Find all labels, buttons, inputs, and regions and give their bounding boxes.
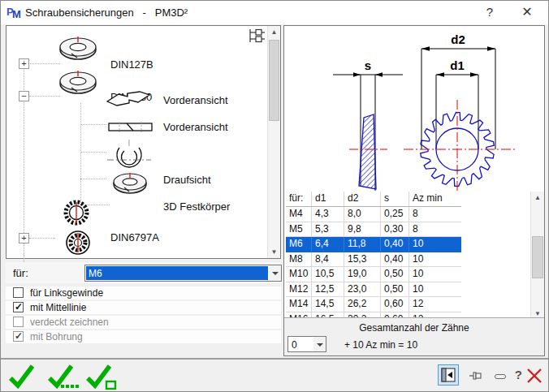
table-row[interactable]: M1010,519,00,5010 — [286, 267, 461, 282]
solid-3d-washer-icon — [110, 170, 149, 196]
table-cell: 14,5 — [312, 297, 344, 312]
ok-button[interactable] — [7, 361, 37, 392]
table-cell: 11,8 — [344, 237, 381, 252]
tree-connector — [80, 124, 106, 125]
tree-item-draufsicht[interactable]: Draufsicht — [163, 174, 211, 186]
table-row[interactable]: M88,415,30,4010 — [286, 252, 461, 268]
table-cell: M10 — [286, 267, 312, 282]
cancel-button[interactable] — [525, 367, 543, 385]
table-cell: 15,3 — [344, 252, 381, 267]
table-cell: 26,2 — [344, 297, 381, 312]
table-cell: 23,0 — [344, 282, 381, 297]
table-header-cell: für: — [286, 192, 312, 206]
table-cell: 0,40 — [381, 237, 409, 252]
panel-collapse-icon — [439, 365, 458, 385]
table-header-row: für:d1d2sAz min — [286, 192, 461, 207]
table-cell: 10 — [409, 252, 461, 267]
table-cell: 0,50 — [381, 267, 409, 282]
dim-label-d1: d1 — [450, 58, 465, 72]
table-header-cell: s — [381, 192, 409, 206]
checkbox-label: für Linksgewinde — [30, 287, 103, 299]
table-cell: 0,25 — [381, 207, 409, 222]
checkbox-verdeckt-zeichnen: verdeckt zeichnen — [6, 316, 281, 329]
teeth-title: Gesamtanzahl der Zähne — [284, 322, 544, 334]
external-tooth-washer-icon — [54, 199, 99, 226]
tree-item-din127b[interactable]: DIN127B — [110, 58, 153, 71]
checkbox-linksgewinde[interactable]: für Linksgewinde — [6, 286, 281, 299]
table-cell: M6 — [286, 237, 312, 252]
teeth-offset-value[interactable]: 0 — [289, 338, 313, 351]
chevron-down-icon[interactable] — [269, 265, 281, 281]
table-scrollbar[interactable]: ▲ ▼ — [530, 192, 544, 320]
titlebar-close-button[interactable]: ✕ — [516, 2, 538, 22]
tree-item-vorderansicht-1[interactable]: Vorderansicht — [163, 94, 228, 106]
table-cell: 12,5 — [312, 282, 344, 297]
chevron-down-icon[interactable] — [313, 337, 326, 351]
table-cell: 0,40 — [381, 252, 409, 267]
table-cell: M14 — [286, 297, 312, 312]
dim-label-s: s — [365, 58, 371, 72]
checkbox-box-icon — [13, 331, 24, 342]
table-cell: 0,50 — [381, 282, 409, 297]
checkbox-box-icon[interactable] — [13, 287, 24, 298]
tree-scrollbar[interactable]: ▲ ▼ — [267, 26, 280, 258]
tree-expander-din127b[interactable]: + — [19, 58, 29, 69]
size-row: für: M6 — [6, 262, 281, 283]
tree-expander-din7980[interactable]: − — [19, 91, 29, 101]
tree-item-din6797a[interactable]: DIN6797A — [110, 231, 159, 243]
ok-continue-button[interactable] — [46, 361, 82, 392]
size-combobox[interactable]: M6 — [84, 265, 282, 282]
table-scrollbar-thumb[interactable] — [532, 236, 543, 278]
ok-new-button[interactable] — [84, 361, 119, 392]
tree-item-vorderansicht-2[interactable]: Vorderansicht — [163, 121, 228, 133]
spring-washer-3d-icon — [57, 34, 99, 63]
table-cell: 9,8 — [344, 222, 381, 237]
scroll-down-icon[interactable]: ▼ — [268, 246, 280, 258]
table-row[interactable]: M1212,523,00,5010 — [286, 282, 461, 298]
ok-check-icon — [7, 361, 37, 390]
scroll-up-icon[interactable]: ▲ — [531, 192, 544, 204]
internal-tooth-washer-icon — [55, 229, 101, 256]
tree-structure-icon[interactable] — [248, 28, 266, 45]
table-cell: M12 — [286, 282, 312, 297]
table-cell: 8,4 — [312, 252, 344, 267]
table-row[interactable]: M55,39,80,308 — [286, 222, 461, 238]
tree-expander-din6797a[interactable]: + — [19, 233, 29, 243]
ok-check-dots-icon — [46, 361, 82, 390]
size-label: für: — [13, 267, 28, 279]
minimize-icon[interactable] — [495, 374, 506, 379]
dim-label-d2: d2 — [451, 32, 465, 46]
table-cell: 0,60 — [381, 297, 409, 312]
checkbox-bohrung: mit Bohrung — [6, 330, 281, 343]
checkbox-box-icon[interactable] — [13, 302, 24, 312]
help-icon[interactable]: ? — [515, 368, 522, 381]
panel-toggle-button[interactable] — [438, 364, 459, 386]
table-row[interactable]: M66,411,80,4010 — [286, 237, 461, 252]
pin-icon[interactable] — [469, 368, 483, 383]
spring-washer-side-view-icon — [106, 88, 153, 110]
table-cell: M4 — [286, 207, 312, 222]
size-combobox-value[interactable]: M6 — [86, 266, 268, 280]
footer-bar: ? — [1, 360, 548, 392]
checkbox-label: mit Bohrung — [30, 331, 83, 342]
checkbox-mittellinie[interactable]: mit Mittellinie — [6, 301, 281, 314]
titlebar-help-button[interactable]: ? — [478, 2, 501, 22]
ok-check-square-icon — [84, 361, 119, 390]
tree-connector — [29, 238, 55, 239]
window-title: Schraubensicherungen - PM3D² — [25, 6, 188, 19]
flat-section-view-icon — [108, 121, 153, 134]
app-icon: P M — [6, 5, 23, 19]
title-bar: P M Schraubensicherungen - PM3D² ? ✕ — [1, 1, 548, 24]
size-table: für:d1d2sAz min M44,38,00,258M55,39,80,3… — [286, 192, 461, 327]
table-header-cell: d1 — [312, 192, 344, 206]
tree-item-3d-festkoerper[interactable]: 3D Festkörper — [163, 200, 230, 213]
table-row[interactable]: M1414,526,20,6012 — [286, 297, 461, 312]
tree-scrollbar-thumb[interactable] — [269, 40, 279, 121]
table-cell: 6,4 — [312, 237, 344, 252]
checkbox-box-icon — [13, 317, 24, 327]
table-row[interactable]: M44,38,00,258 — [286, 207, 461, 222]
tree-connector — [80, 179, 106, 179]
scroll-up-icon[interactable]: ▲ — [268, 26, 280, 38]
spring-washer-3d-icon — [57, 68, 99, 97]
teeth-offset-combobox[interactable]: 0 — [287, 336, 326, 352]
